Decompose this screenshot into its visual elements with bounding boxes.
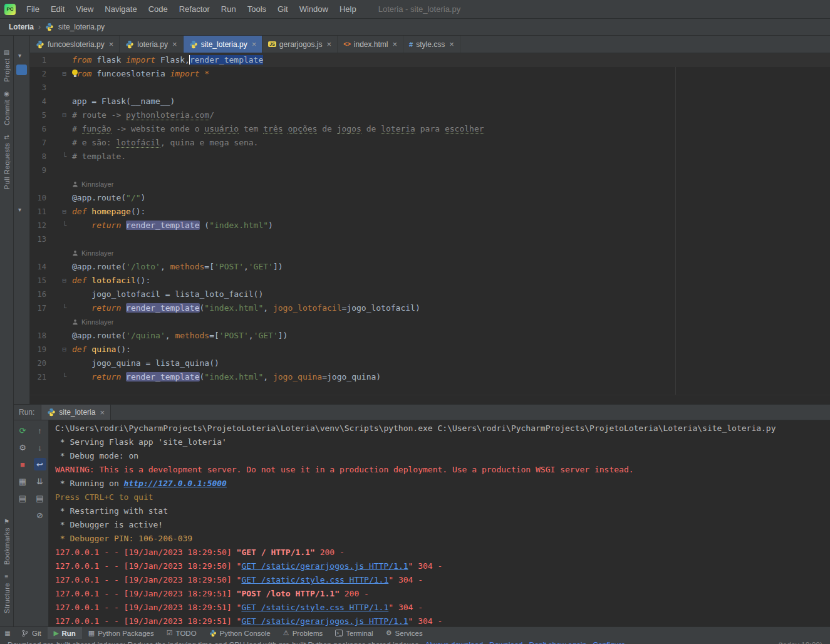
line-number[interactable]: 6 — [30, 122, 46, 136]
line-number[interactable]: 8 — [30, 150, 46, 164]
menu-refactor[interactable]: Refactor — [174, 4, 215, 14]
menu-window[interactable]: Window — [294, 4, 334, 14]
statusbar-python-console[interactable]: Python Console — [203, 627, 277, 639]
notification-action-always-download[interactable]: Always download — [425, 641, 483, 644]
line-number[interactable]: 14 — [30, 260, 46, 274]
code-line-3[interactable]: 3 — [30, 81, 830, 95]
tab-loteria-py[interactable]: loteria.py× — [120, 36, 183, 53]
code-line-9[interactable]: 9 — [30, 164, 830, 177]
stop-button[interactable]: ■ — [16, 458, 29, 470]
menu-view[interactable]: View — [70, 4, 99, 14]
code-line-8[interactable]: 8└# template. — [30, 150, 830, 164]
line-number[interactable]: 3 — [30, 81, 46, 95]
fold-marker-icon[interactable]: └ — [46, 150, 71, 164]
line-number[interactable]: 11 — [30, 205, 46, 219]
rerun-button[interactable]: ⟳ — [16, 424, 29, 437]
menu-file[interactable]: File — [21, 4, 45, 14]
code-line-6[interactable]: 6# função -> website onde o usuário tem … — [30, 122, 830, 136]
code-line-14[interactable]: 14@app.route('/loto', methods=['POST','G… — [30, 260, 830, 274]
fold-marker-icon[interactable]: └ — [46, 301, 71, 315]
tree-chevron-icon[interactable]: ▾ — [18, 206, 21, 213]
line-number[interactable]: 16 — [30, 288, 46, 301]
line-number[interactable]: 7 — [30, 136, 46, 150]
statusbar-problems[interactable]: ⚠Problems — [277, 627, 329, 639]
menu-tools[interactable]: Tools — [242, 4, 272, 14]
modify-run-configuration-button[interactable]: ⚙ — [16, 441, 29, 454]
close-icon[interactable]: × — [172, 39, 177, 49]
line-number[interactable]: 20 — [30, 356, 46, 370]
code-line-19[interactable]: 19⊟def quina(): — [30, 343, 830, 356]
selected-file-indicator[interactable] — [16, 65, 27, 75]
code-line-2[interactable]: 2⊟from funcoesloteria import * — [30, 67, 830, 81]
tab-index-html[interactable]: <>index.html× — [338, 36, 403, 53]
tool-window-button-bookmarks[interactable]: ⚑Bookmarks — [3, 518, 11, 565]
line-number[interactable]: 10 — [30, 191, 46, 205]
tool-window-button-pull-requests[interactable]: ⇄Pull Requests — [3, 133, 11, 189]
author-inlay[interactable]: Kinnslayer — [30, 246, 830, 260]
clear-all-button[interactable]: ⊘ — [34, 509, 46, 521]
statusbar-run[interactable]: ▶Run — [48, 627, 82, 639]
notification-action-don-t-show-again[interactable]: Don't show again — [529, 641, 586, 644]
line-number[interactable]: 1 — [30, 53, 46, 67]
fold-marker-icon[interactable]: ⊟ — [46, 67, 71, 81]
project-tool-window-collapsed[interactable]: ▾ ▾ — [14, 36, 30, 404]
code-line-20[interactable]: 20 jogo_quina = lista_quina() — [30, 356, 830, 370]
print-button[interactable]: ▤ — [16, 492, 29, 504]
code-line-15[interactable]: 15⊟def lotofacil(): — [30, 274, 830, 288]
close-icon[interactable]: × — [109, 39, 114, 49]
restore-layout-button[interactable]: ▦ — [16, 475, 29, 487]
close-icon[interactable]: × — [393, 39, 398, 49]
run-tab-site-loteria[interactable]: site_loteria × — [41, 405, 111, 420]
notification-action-download[interactable]: Download — [489, 641, 522, 644]
line-number[interactable]: 12 — [30, 219, 46, 232]
close-icon[interactable]: × — [449, 39, 454, 49]
tree-chevron-icon[interactable]: ▾ — [18, 52, 21, 59]
code-line-18[interactable]: 18@app.route('/quina', methods=['POST','… — [30, 329, 830, 343]
code-line-7[interactable]: 7# e são: lotofácil, quina e mega sena. — [30, 136, 830, 150]
fold-marker-icon[interactable]: ⊟ — [46, 343, 71, 356]
line-number[interactable]: 5 — [30, 108, 46, 122]
tool-window-switcher-icon[interactable]: ▦ — [0, 630, 15, 636]
code-line-1[interactable]: 1from flask import Flask,render_template — [30, 53, 830, 67]
menu-help[interactable]: Help — [334, 4, 362, 14]
code-line-17[interactable]: 17└ return render_template("index.html",… — [30, 301, 830, 315]
statusbar-services[interactable]: ⚙Services — [380, 627, 429, 639]
code-line-10[interactable]: 10@app.route("/") — [30, 191, 830, 205]
menu-code[interactable]: Code — [143, 4, 174, 14]
soft-wrap-button[interactable]: ↩ — [34, 458, 46, 470]
console-link[interactable]: GET /static/gerarjogos.js HTTP/1.1 — [241, 561, 408, 571]
down-stack-trace-button[interactable]: ↓ — [34, 441, 46, 454]
tab-style-css[interactable]: #style.css× — [403, 36, 460, 53]
tool-window-button-project[interactable]: ▤Project — [3, 49, 11, 82]
editor-run-splitter[interactable] — [30, 395, 830, 404]
breadcrumb-project[interactable]: Loteria — [9, 23, 34, 31]
fold-marker-icon[interactable]: └ — [46, 370, 71, 384]
fold-marker-icon[interactable]: ⊟ — [46, 205, 71, 219]
tab-funcoesloteria-py[interactable]: funcoesloteria.py× — [30, 36, 120, 53]
code-line-5[interactable]: 5⊟# route -> pythonloteria.com/ — [30, 108, 830, 122]
close-icon[interactable]: × — [100, 408, 105, 417]
line-number[interactable]: 18 — [30, 329, 46, 343]
statusbar-python-packages[interactable]: ▦Python Packages — [82, 627, 160, 639]
code-editor[interactable]: 1from flask import Flask,render_template… — [30, 53, 830, 395]
code-line-12[interactable]: 12└ return render_template ("index.html"… — [30, 219, 830, 232]
code-line-21[interactable]: 21└ return render_template("index.html",… — [30, 370, 830, 384]
line-number[interactable]: 21 — [30, 370, 46, 384]
console-link[interactable]: GET /static/gerarjogos.js HTTP/1.1 — [241, 616, 408, 626]
scroll-to-end-button[interactable]: ⇊ — [34, 475, 46, 487]
console-link[interactable]: GET /static/style.css HTTP/1.1 — [241, 603, 388, 612]
run-console-output[interactable]: C:\Users\rodri\PycharmProjects\ProjetoLo… — [49, 420, 830, 626]
code-line-11[interactable]: 11⊟def homepage(): — [30, 205, 830, 219]
tab-site-loteria-py[interactable]: site_loteria.py× — [184, 36, 263, 53]
code-line-13[interactable]: 13 — [30, 232, 830, 246]
line-number[interactable]: 13 — [30, 232, 46, 246]
author-inlay[interactable]: Kinnslayer — [30, 177, 830, 191]
close-icon[interactable]: × — [252, 39, 257, 49]
line-number[interactable]: 9 — [30, 164, 46, 177]
print-console-button[interactable]: ▤ — [34, 492, 46, 504]
line-number[interactable]: 19 — [30, 343, 46, 356]
menu-git[interactable]: Git — [272, 4, 294, 14]
menu-run[interactable]: Run — [215, 4, 242, 14]
close-icon[interactable]: × — [327, 39, 332, 49]
notification-action-configure[interactable]: Configure... — [593, 641, 631, 644]
